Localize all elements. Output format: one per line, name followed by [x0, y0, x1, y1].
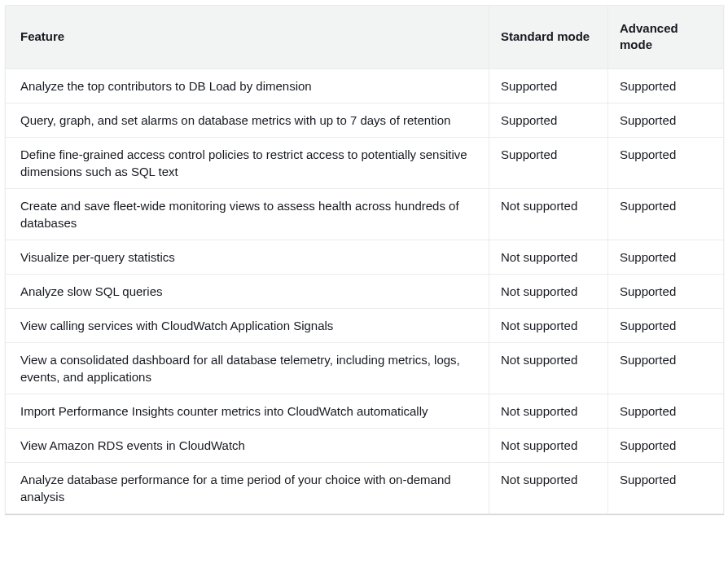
cell-feature: Define fine-grained access control polic… — [6, 137, 489, 188]
table-row: Define fine-grained access control polic… — [6, 137, 724, 188]
cell-standard: Not supported — [489, 428, 608, 462]
cell-standard: Not supported — [489, 240, 608, 274]
table-row: Analyze database performance for a time … — [6, 462, 724, 513]
cell-standard: Not supported — [489, 462, 608, 513]
cell-advanced: Supported — [608, 137, 724, 188]
table-row: Query, graph, and set alarms on database… — [6, 103, 724, 137]
table-row: Import Performance Insights counter metr… — [6, 394, 724, 428]
table-row: View calling services with CloudWatch Ap… — [6, 308, 724, 342]
table-row: View a consolidated dashboard for all da… — [6, 342, 724, 394]
cell-standard: Supported — [489, 103, 608, 137]
cell-feature: Analyze database performance for a time … — [6, 462, 489, 513]
cell-standard: Supported — [489, 137, 608, 188]
cell-standard: Supported — [489, 68, 608, 103]
cell-advanced: Supported — [608, 274, 724, 308]
cell-feature: Query, graph, and set alarms on database… — [6, 103, 489, 137]
table-row: Visualize per-query statistics Not suppo… — [6, 240, 724, 274]
feature-comparison-table: Feature Standard mode Advanced mode Anal… — [5, 5, 724, 514]
cell-feature: Import Performance Insights counter metr… — [6, 394, 489, 428]
cell-advanced: Supported — [608, 240, 724, 274]
cell-standard: Not supported — [489, 394, 608, 428]
cell-advanced: Supported — [608, 394, 724, 428]
cell-advanced: Supported — [608, 188, 724, 240]
cell-standard: Not supported — [489, 342, 608, 394]
cell-feature: Visualize per-query statistics — [6, 240, 489, 274]
cell-standard: Not supported — [489, 188, 608, 240]
col-header-advanced: Advanced mode — [608, 6, 724, 69]
col-header-standard: Standard mode — [489, 6, 608, 69]
table-row: Analyze the top contributors to DB Load … — [6, 68, 724, 103]
cell-standard: Not supported — [489, 274, 608, 308]
cell-advanced: Supported — [608, 462, 724, 513]
cell-feature: View Amazon RDS events in CloudWatch — [6, 428, 489, 462]
cell-feature: View calling services with CloudWatch Ap… — [6, 308, 489, 342]
table-row: View Amazon RDS events in CloudWatch Not… — [6, 428, 724, 462]
cell-advanced: Supported — [608, 68, 724, 103]
cell-feature: Analyze the top contributors to DB Load … — [6, 68, 489, 103]
table-row: Analyze slow SQL queries Not supported S… — [6, 274, 724, 308]
cell-advanced: Supported — [608, 428, 724, 462]
col-header-feature: Feature — [6, 6, 489, 69]
cell-standard: Not supported — [489, 308, 608, 342]
table-row: Create and save fleet-wide monitoring vi… — [6, 188, 724, 240]
cell-advanced: Supported — [608, 342, 724, 394]
table-header-row: Feature Standard mode Advanced mode — [6, 6, 724, 69]
cell-feature: View a consolidated dashboard for all da… — [6, 342, 489, 394]
cell-advanced: Supported — [608, 308, 724, 342]
cell-advanced: Supported — [608, 103, 724, 137]
cell-feature: Analyze slow SQL queries — [6, 274, 489, 308]
cell-feature: Create and save fleet-wide monitoring vi… — [6, 188, 489, 240]
